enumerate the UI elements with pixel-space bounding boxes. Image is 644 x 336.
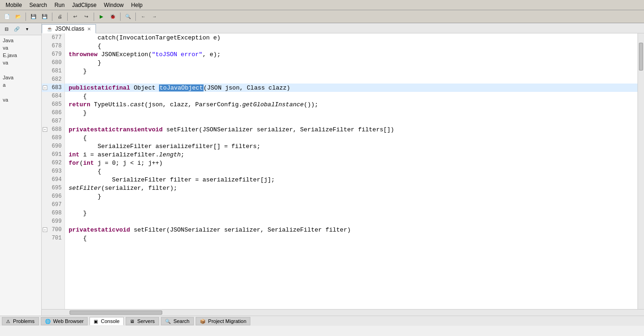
console-label: Console — [101, 318, 119, 324]
line-num-686: 686 — [42, 109, 64, 117]
side-label-3[interactable]: E.java — [2, 52, 39, 58]
code-line-678: { — [65, 42, 638, 50]
code-line-698: } — [65, 209, 638, 217]
redo-btn[interactable]: ↪ — [81, 12, 91, 22]
code-line-694: SerializeFilter filter = aserializefilte… — [65, 175, 638, 184]
menu-search[interactable]: Search — [26, 1, 51, 9]
left-panel-menu-btn[interactable]: ▾ — [22, 25, 32, 34]
line-num-693: 693 — [42, 167, 64, 175]
toolbar-sep-2 — [52, 13, 52, 21]
side-labels: Java va E.java va Java a va — [2, 37, 39, 103]
bottom-tab-problems[interactable]: ⚠ Problems — [2, 317, 39, 325]
save-btn[interactable]: 💾 — [28, 12, 38, 22]
side-label-4[interactable]: va — [2, 59, 39, 66]
side-label-1[interactable]: Java — [2, 37, 39, 44]
tab-json-class[interactable]: ☕ JSON.class ✕ — [42, 24, 96, 33]
migration-label: Project Migration — [208, 318, 247, 324]
undo-btn[interactable]: ↩ — [70, 12, 80, 22]
line-num-683: −683 — [42, 84, 64, 92]
line-num-696: 696 — [42, 192, 64, 200]
bottom-tab-search[interactable]: 🔍 Search — [161, 317, 194, 325]
line-num-698: 698 — [42, 209, 64, 217]
menu-help[interactable]: Help — [128, 1, 147, 9]
side-label-9[interactable]: va — [2, 97, 39, 103]
tab-bar: ☕ JSON.class ✕ — [42, 23, 644, 33]
menu-mobile[interactable]: Mobile — [2, 1, 26, 9]
back-btn[interactable]: ← — [138, 12, 148, 22]
migration-icon: 📦 — [200, 319, 205, 324]
line-num-687: 687 — [42, 117, 64, 125]
collapse-marker-683[interactable]: − — [43, 85, 47, 90]
code-line-684: { — [65, 92, 638, 100]
toolbar-sep-6 — [135, 13, 136, 21]
toolbar-sep-5 — [120, 13, 121, 21]
code-line-680: } — [65, 58, 638, 67]
main-layout: ⊟ 🔗 ▾ Java va E.java va Java a va ☕ JSO — [0, 23, 644, 316]
problems-icon: ⚠ — [6, 319, 10, 324]
collapse-marker-700[interactable]: − — [43, 227, 47, 232]
bottom-tab-servers[interactable]: 🖥 Servers — [126, 317, 159, 325]
line-num-684: 684 — [42, 92, 64, 100]
search-btn-toolbar[interactable]: 🔍 — [123, 12, 133, 22]
code-line-700: private static void setFilter(JSONSerial… — [65, 226, 638, 234]
line-num-692: 692 — [42, 159, 64, 167]
open-btn[interactable]: 📂 — [13, 12, 23, 22]
menu-run[interactable]: Run — [51, 1, 68, 9]
toolbar-sep-3 — [67, 13, 68, 21]
code-line-685: return TypeUtils.cast(json, clazz, Parse… — [65, 100, 638, 109]
bottom-tab-webbrowser[interactable]: 🌐 Web Browser — [41, 317, 88, 325]
menu-window[interactable]: Window — [100, 1, 128, 9]
scrollbar-thumb[interactable] — [639, 43, 643, 71]
left-panel-toolbar: ⊟ 🔗 ▾ — [0, 23, 41, 35]
code-line-693: { — [65, 167, 638, 175]
vertical-scrollbar[interactable] — [638, 33, 644, 309]
line-num-681: 681 — [42, 67, 64, 75]
editor-area: ☕ JSON.class ✕ 677678679680681682−683684… — [42, 23, 644, 316]
side-label-6[interactable]: Java — [2, 74, 39, 81]
menu-jadclipse[interactable]: JadClipse — [68, 1, 100, 9]
print-btn[interactable]: 🖨 — [55, 12, 65, 22]
code-line-677: catch(InvocationTargetException e) — [65, 33, 638, 42]
code-line-689: { — [65, 134, 638, 142]
code-line-696: } — [65, 192, 638, 200]
line-num-697: 697 — [42, 200, 64, 209]
left-panel: ⊟ 🔗 ▾ Java va E.java va Java a va — [0, 23, 42, 316]
horizontal-scrollbar[interactable] — [42, 309, 644, 316]
link-with-editor-btn[interactable]: 🔗 — [12, 25, 21, 34]
line-num-694: 694 — [42, 175, 64, 184]
collapse-all-btn[interactable]: ⊟ — [2, 25, 11, 34]
new-btn[interactable]: 📄 — [2, 12, 12, 22]
code-line-699 — [65, 217, 638, 226]
line-num-690: 690 — [42, 142, 64, 150]
line-num-677: 677 — [42, 33, 64, 42]
toolbar-sep-1 — [26, 13, 26, 21]
bottom-tab-console[interactable]: ▣ Console — [89, 317, 123, 325]
hscrollbar-thumb[interactable] — [70, 310, 162, 315]
webbrowser-icon: 🌐 — [45, 319, 51, 324]
tab-close-btn[interactable]: ✕ — [87, 26, 91, 32]
side-label-7[interactable]: a — [2, 82, 39, 88]
collapse-marker-688[interactable]: − — [43, 127, 47, 132]
code-line-697 — [65, 200, 638, 209]
code-line-690: SerializeFilter aserializefilter[] = fil… — [65, 142, 638, 150]
line-num-701: 701 — [42, 234, 64, 242]
search-label: Search — [173, 318, 190, 324]
line-num-682: 682 — [42, 75, 64, 84]
line-numbers: 677678679680681682−683684685686687−68868… — [42, 33, 65, 309]
code-line-692: for(int j = 0; j < i; j++) — [65, 159, 638, 167]
tab-java-icon: ☕ — [47, 26, 52, 32]
code-content[interactable]: catch(InvocationTargetException e) { thr… — [65, 33, 638, 309]
save-all-btn[interactable]: 💾 — [39, 12, 50, 22]
debug-btn[interactable]: 🐞 — [108, 12, 118, 22]
code-line-688: private static transient void setFilter(… — [65, 125, 638, 134]
forward-btn[interactable]: → — [149, 12, 159, 22]
toolbar-sep-4 — [94, 13, 94, 21]
line-num-678: 678 — [42, 42, 64, 50]
line-num-680: 680 — [42, 58, 64, 67]
left-panel-content: Java va E.java va Java a va — [0, 35, 41, 316]
side-label-2[interactable]: va — [2, 45, 39, 51]
run-btn[interactable]: ▶ — [96, 12, 107, 22]
line-num-700: −700 — [42, 226, 64, 234]
bottom-tab-projectmigration[interactable]: 📦 Project Migration — [196, 317, 251, 325]
code-view[interactable]: 677678679680681682−683684685686687−68868… — [42, 33, 644, 309]
